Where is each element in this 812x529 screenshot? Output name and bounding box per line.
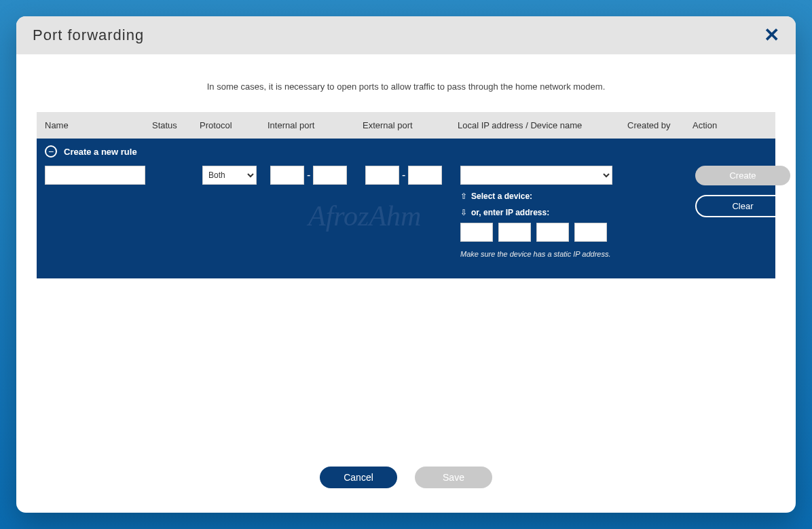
modal-body: In some cases, it is necessary to open p… [16,54,796,446]
internal-port-from-input[interactable] [270,166,304,185]
rule-header-row: − Create a new rule [37,139,775,163]
clear-button[interactable]: Clear [695,195,790,217]
col-header-local-ip: Local IP address / Device name [458,120,627,130]
internal-port-to-input[interactable] [313,166,347,185]
col-header-internal-port: Internal port [267,120,363,130]
ip-octet-2-input[interactable] [498,223,531,242]
create-button[interactable]: Create [695,166,790,185]
select-device-helper: ⇧ Select a device: [460,191,625,201]
collapse-icon[interactable]: − [45,145,57,158]
static-ip-note: Make sure the device has a static IP add… [460,250,625,258]
device-select[interactable] [460,166,612,185]
protocol-select[interactable]: Both [202,166,257,185]
col-header-action: Action [693,120,760,130]
ip-octet-1-input[interactable] [460,223,493,242]
rule-title: Create a new rule [64,147,137,157]
close-icon[interactable]: ✕ [764,26,779,45]
rules-table: Name Status Protocol Internal port Exter… [37,112,775,278]
port-range-dash: - [402,169,405,181]
down-arrow-icon: ⇩ [460,208,467,217]
cancel-button[interactable]: Cancel [320,467,397,488]
col-header-name: Name [37,120,152,130]
col-header-protocol: Protocol [200,120,267,130]
modal-header: Port forwarding ✕ [16,16,796,54]
intro-text: In some cases, it is necessary to open p… [37,81,775,92]
ip-octet-3-input[interactable] [536,223,569,242]
modal-footer: Cancel Save [16,446,796,513]
rule-name-input[interactable] [45,166,145,185]
col-header-external-port: External port [363,120,458,130]
port-range-dash: - [307,169,310,181]
ip-input-row [460,223,625,242]
save-button[interactable]: Save [415,467,492,488]
table-header: Name Status Protocol Internal port Exter… [37,112,775,139]
external-port-to-input[interactable] [408,166,442,185]
rule-form-row: Both - - [37,163,775,278]
page-title: Port forwarding [33,26,144,44]
external-port-from-input[interactable] [365,166,399,185]
col-header-status: Status [152,120,200,130]
port-forwarding-modal: Port forwarding ✕ In some cases, it is n… [16,16,796,513]
up-arrow-icon: ⇧ [460,191,467,201]
col-header-created-by: Created by [627,120,693,130]
table-body: AfrozAhm − Create a new rule Both [37,139,775,278]
enter-ip-helper: ⇩ or, enter IP address: [460,208,625,217]
ip-octet-4-input[interactable] [574,223,607,242]
